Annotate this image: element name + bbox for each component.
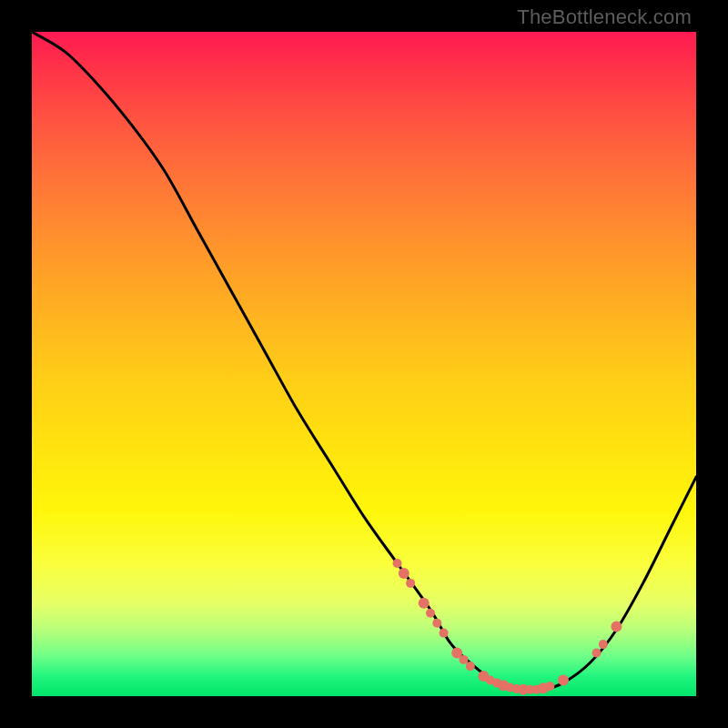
chart-svg (32, 32, 696, 696)
highlight-point (432, 619, 441, 628)
highlight-point (466, 662, 475, 671)
highlight-point (545, 682, 554, 691)
highlight-point (611, 621, 622, 632)
highlight-point (599, 640, 608, 649)
bottleneck-curve (32, 32, 696, 691)
highlight-points-group (393, 559, 622, 695)
highlight-point (440, 629, 449, 638)
highlight-point (426, 609, 435, 618)
highlight-point (399, 568, 410, 579)
watermark-text: TheBottleneck.com (517, 5, 692, 29)
chart-frame (32, 32, 696, 696)
highlight-point (558, 675, 569, 686)
highlight-point (460, 655, 469, 664)
highlight-point (419, 598, 430, 609)
highlight-point (592, 649, 602, 658)
highlight-point (393, 559, 402, 568)
highlight-point (406, 579, 415, 588)
